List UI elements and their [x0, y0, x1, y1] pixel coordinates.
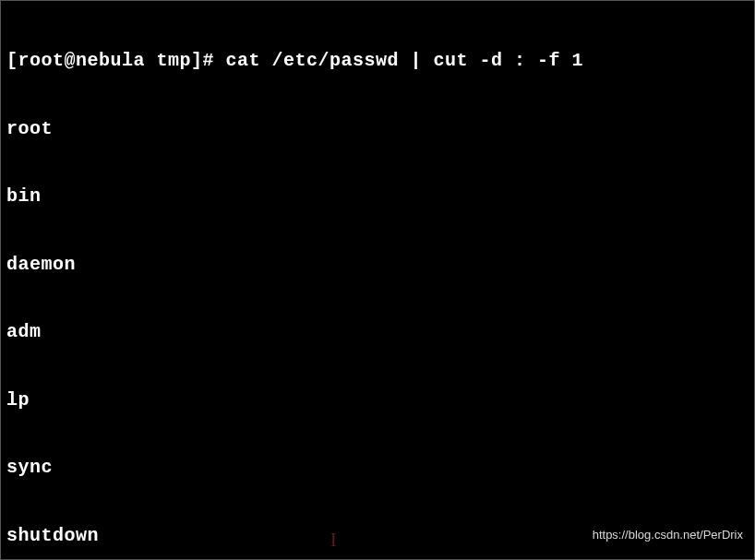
- output-line: adm: [6, 321, 749, 344]
- output-line: root: [6, 118, 749, 141]
- command-line-1: [root@nebula tmp]# cat /etc/passwd | cut…: [6, 50, 749, 73]
- watermark-text: https://blog.csdn.net/PerDrix: [593, 524, 743, 547]
- prompt-prefix: [root@nebula tmp]#: [6, 50, 226, 71]
- output-line: sync: [6, 457, 749, 480]
- output-line: bin: [6, 185, 749, 209]
- text-caret-icon: I: [330, 529, 334, 545]
- output-line: lp: [6, 389, 749, 412]
- command-text: cat /etc/passwd | cut -d : -f 1: [226, 50, 584, 71]
- terminal-window[interactable]: [root@nebula tmp]# cat /etc/passwd | cut…: [6, 5, 749, 560]
- output-line: daemon: [6, 254, 749, 277]
